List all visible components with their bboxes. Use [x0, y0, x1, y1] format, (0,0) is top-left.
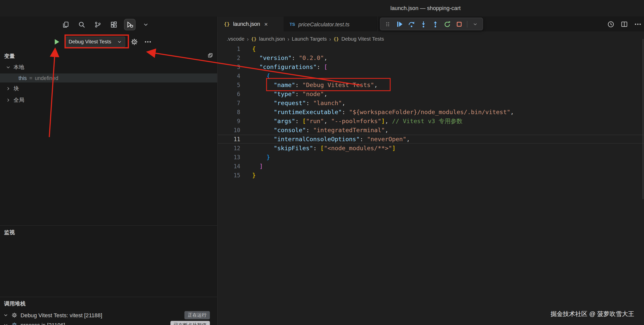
callstack-session-row[interactable]: Debug Vitest Tests: vitest [21188] 正在运行	[0, 310, 217, 321]
stop-icon[interactable]	[454, 19, 464, 29]
start-debug-button[interactable]	[52, 38, 61, 46]
code-line[interactable]: 11 "internalConsoleOptions": "neverOpen"…	[218, 135, 644, 144]
breadcrumb-item[interactable]: Launch Targets	[292, 36, 327, 42]
line-number[interactable]: 7	[218, 99, 240, 108]
chevron-down-icon	[117, 39, 122, 44]
tab-launch-json[interactable]: {} launch.json ×	[218, 16, 283, 32]
continue-icon[interactable]	[395, 19, 405, 29]
line-number[interactable]: 11	[218, 135, 240, 144]
editor-actions	[607, 16, 641, 32]
line-number[interactable]: 13	[218, 153, 240, 162]
code-line[interactable]: 9 "args": ["run", "--pool=forks"], // Vi…	[218, 117, 644, 126]
drag-grip-icon[interactable]	[383, 19, 393, 29]
line-number[interactable]: 3	[218, 62, 240, 71]
more-actions-icon[interactable]	[634, 21, 641, 28]
line-number[interactable]: 8	[218, 108, 240, 117]
code-line[interactable]: 15}	[218, 171, 644, 180]
code-lines: 1{2 "version": "0.2.0",3 "configurations…	[218, 44, 644, 180]
step-out-icon[interactable]	[430, 19, 440, 29]
files-icon[interactable]	[60, 19, 72, 30]
line-number[interactable]: 12	[218, 144, 240, 153]
section-divider	[0, 297, 217, 297]
search-icon[interactable]	[76, 19, 88, 30]
close-icon[interactable]: ×	[264, 21, 268, 28]
callstack-session-row[interactable]: process.js [21196] 已在断点处暂停	[0, 320, 217, 325]
code-line[interactable]: 1{	[218, 44, 644, 53]
line-number[interactable]: 15	[218, 171, 240, 180]
breadcrumb-separator: ›	[247, 36, 249, 42]
scrollbar[interactable]	[642, 39, 643, 199]
line-number[interactable]: 4	[218, 71, 240, 80]
code-line[interactable]: 12 "skipFiles": ["<node_modules/**>"]	[218, 144, 644, 153]
line-text: "configurations": [	[240, 62, 328, 71]
step-into-icon[interactable]	[419, 19, 428, 29]
variables-section-header[interactable]: 变量	[4, 52, 15, 60]
code-line[interactable]: 2 "version": "0.2.0",	[218, 53, 644, 62]
history-icon[interactable]	[607, 21, 614, 28]
line-text: "version": "0.2.0",	[240, 53, 328, 62]
variable-name: this	[19, 75, 27, 81]
window-title: launch.json — shopping-cart	[390, 5, 461, 11]
chevron-down-icon	[3, 322, 8, 325]
debug-sidebar: Debug Vitest Tests 变量 本地 this = undefine…	[0, 16, 218, 325]
line-number[interactable]: 14	[218, 162, 240, 171]
code-line[interactable]: 4 {	[218, 71, 644, 80]
code-line[interactable]: 14 ]	[218, 162, 644, 171]
tab-price-calculator-test[interactable]: TS priceCalculator.test.ts	[283, 16, 378, 32]
line-number[interactable]: 9	[218, 117, 240, 126]
extensions-icon[interactable]	[108, 19, 119, 30]
line-number[interactable]: 10	[218, 126, 240, 135]
tab-bar: {} launch.json × TS priceCalculator.test…	[218, 16, 644, 32]
line-text: "type": "node",	[240, 90, 328, 99]
line-number[interactable]: 2	[218, 53, 240, 62]
json-symbol-icon: {}	[334, 36, 339, 42]
line-text: }	[240, 171, 256, 180]
code-line[interactable]: 3 "configurations": [	[218, 62, 644, 71]
gear-icon[interactable]	[130, 37, 139, 46]
line-text: }	[240, 153, 270, 162]
copy-icon[interactable]	[207, 52, 213, 58]
variables-group-block[interactable]: 块	[0, 84, 217, 93]
line-text: "internalConsoleOptions": "neverOpen",	[240, 135, 410, 144]
code-line[interactable]: 5 "name": "Debug Vitest Tests",	[218, 80, 644, 90]
window-titlebar: launch.json — shopping-cart	[0, 0, 644, 16]
chevron-down-icon[interactable]	[470, 19, 480, 29]
variables-group-local[interactable]: 本地	[0, 63, 217, 72]
chevron-down-icon	[3, 313, 8, 318]
chevron-down-icon[interactable]	[140, 19, 152, 30]
variable-this-row[interactable]: this = undefined	[0, 73, 217, 83]
watch-section-header[interactable]: 监视	[4, 229, 15, 236]
code-line[interactable]: 13 }	[218, 153, 644, 162]
more-actions-icon[interactable]	[143, 37, 152, 46]
line-text: ]	[240, 162, 263, 171]
breadcrumb-item[interactable]: .vscode	[227, 36, 244, 42]
watermark-text: 掘金技术社区 @ 菠萝吹雪大王	[551, 310, 634, 318]
code-line[interactable]: 7 "request": "launch",	[218, 99, 644, 108]
line-number[interactable]: 5	[218, 80, 240, 90]
line-text: {	[240, 44, 256, 53]
code-line[interactable]: 8 "runtimeExecutable": "${workspaceFolde…	[218, 108, 644, 117]
json-symbol-icon: {}	[251, 36, 257, 42]
line-number[interactable]: 1	[218, 44, 240, 53]
breadcrumb-item[interactable]: launch.json	[259, 36, 285, 42]
step-over-icon[interactable]	[407, 19, 416, 29]
editor-area: {} launch.json × TS priceCalculator.test…	[218, 16, 644, 325]
variable-value: undefined	[35, 75, 58, 81]
restart-icon[interactable]	[442, 19, 452, 29]
split-editor-icon[interactable]	[621, 21, 628, 28]
code-editor[interactable]: 1{2 "version": "0.2.0",3 "configurations…	[218, 44, 644, 180]
run-debug-icon[interactable]	[124, 19, 136, 30]
section-divider	[0, 225, 217, 226]
ts-file-icon: TS	[290, 22, 295, 27]
debug-config-label: Debug Vitest Tests	[69, 39, 111, 45]
breadcrumb-item[interactable]: Debug Vitest Tests	[341, 36, 384, 42]
line-number[interactable]: 6	[218, 90, 240, 99]
debug-config-dropdown[interactable]: Debug Vitest Tests	[65, 36, 125, 47]
toolbar-divider	[467, 21, 468, 27]
code-line[interactable]: 10 "console": "integratedTerminal",	[218, 126, 644, 135]
code-line[interactable]: 6 "type": "node",	[218, 90, 644, 99]
variables-group-global[interactable]: 全局	[0, 96, 217, 105]
source-control-icon[interactable]	[92, 19, 104, 30]
breadcrumb: .vscode › {} launch.json › Launch Target…	[227, 34, 384, 43]
callstack-section-header[interactable]: 调用堆栈	[4, 300, 25, 307]
